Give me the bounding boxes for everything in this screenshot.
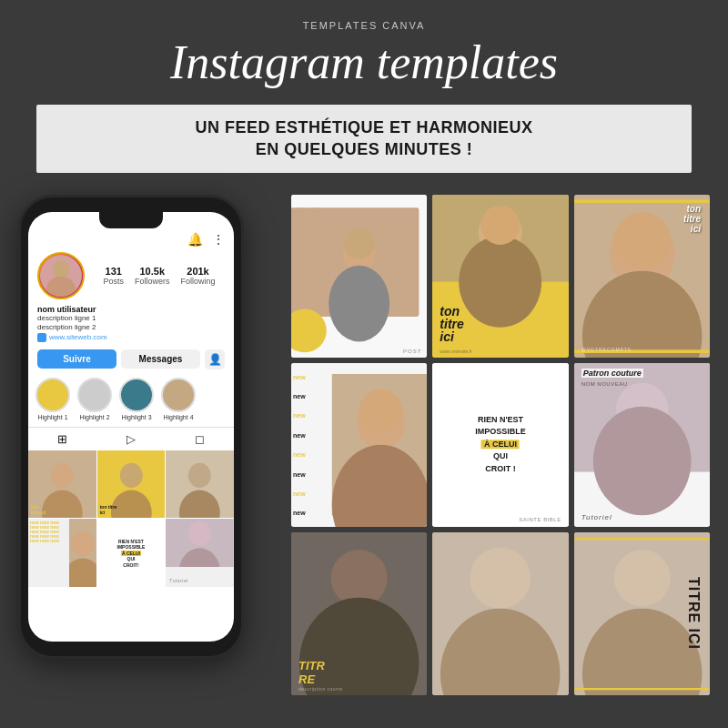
follow-button[interactable]: Suivre bbox=[37, 349, 116, 369]
template-card-4[interactable]: new new new new new new new new bbox=[291, 363, 427, 526]
grid-cell-6[interactable]: Tutoriel bbox=[166, 519, 234, 587]
ig-posts-grid: tontitre ici ton titreici bbox=[28, 450, 234, 587]
phone-mockup: 🔔 ⋮ 131 bbox=[18, 186, 273, 695]
svg-point-1 bbox=[46, 277, 76, 297]
ig-header: 🔔 ⋮ bbox=[28, 228, 234, 248]
highlight-label-1: Highlight 1 bbox=[37, 414, 67, 420]
highlight-label-3: Highlight 3 bbox=[121, 414, 151, 420]
ig-profile-row: 131 Posts 10.5k Followers 201k Following bbox=[28, 248, 234, 303]
ig-website: www.siteweb.com bbox=[37, 333, 225, 342]
bell-icon: 🔔 bbox=[187, 232, 203, 247]
ig-bio: nom utilisateur description ligne 1 desc… bbox=[28, 303, 234, 346]
menu-icon: ⋮ bbox=[212, 232, 225, 247]
svg-point-39 bbox=[359, 389, 403, 433]
highlight-item-3: Highlight 3 bbox=[119, 378, 154, 420]
svg-point-13 bbox=[69, 559, 96, 587]
template-card-7[interactable]: TITRRE description courte bbox=[291, 532, 427, 695]
grid-cell-1[interactable]: tontitre ici bbox=[28, 450, 96, 519]
svg-point-20 bbox=[305, 207, 327, 229]
svg-point-0 bbox=[53, 260, 69, 278]
highlight-circle-4[interactable] bbox=[161, 378, 196, 412]
templates-canva-label: TEMPLATES CANVA bbox=[0, 20, 728, 31]
templates-grid: POST tontitreici www.votresite.fr bbox=[291, 186, 710, 695]
svg-point-6 bbox=[120, 462, 143, 487]
svg-point-44 bbox=[593, 407, 692, 516]
svg-point-33 bbox=[613, 212, 670, 268]
nav-grid[interactable]: ⊞ bbox=[28, 428, 96, 450]
ig-nav: ⊞ ▷ ◻ bbox=[28, 427, 234, 450]
main-title: Instagram templates bbox=[0, 36, 728, 88]
highlight-circle-1[interactable] bbox=[35, 378, 70, 412]
svg-point-28 bbox=[460, 236, 542, 327]
website-icon bbox=[37, 333, 46, 342]
svg-point-22 bbox=[329, 266, 389, 342]
highlight-label-2: Highlight 2 bbox=[79, 414, 109, 420]
grid-icon: ⊞ bbox=[57, 432, 67, 446]
promo-banner: UN FEED ESTHÉTIQUE ET HARMONIEUX EN QUEL… bbox=[36, 105, 692, 173]
nav-tagged[interactable]: ◻ bbox=[166, 428, 234, 450]
add-user-button[interactable]: 👤 bbox=[205, 349, 225, 369]
svg-point-23 bbox=[344, 228, 374, 258]
followers-stat: 10.5k Followers bbox=[135, 266, 170, 286]
banner-text: UN FEED ESTHÉTIQUE ET HARMONIEUX EN QUEL… bbox=[55, 117, 673, 160]
highlight-circle-3[interactable] bbox=[119, 378, 154, 412]
content-area: 🔔 ⋮ 131 bbox=[0, 186, 728, 695]
template-card-5[interactable]: RIEN N'ESTIMPOSSIBLEÀ CELUIQUICROIT ! SA… bbox=[432, 363, 568, 526]
template-card-8[interactable]: story bbox=[432, 532, 568, 695]
svg-point-3 bbox=[51, 462, 74, 487]
posts-stat: 131 Posts bbox=[103, 266, 124, 286]
template-card-1[interactable]: POST bbox=[291, 195, 427, 358]
svg-point-15 bbox=[188, 521, 211, 546]
svg-point-29 bbox=[480, 206, 520, 245]
template-card-9[interactable]: TITRE ICI bbox=[574, 532, 710, 695]
messages-button[interactable]: Messages bbox=[121, 349, 200, 369]
highlight-item-1: Highlight 1 bbox=[35, 378, 70, 420]
grid-cell-4[interactable]: new new newnew new newnew new newnew new… bbox=[28, 519, 96, 587]
svg-point-12 bbox=[71, 531, 94, 556]
grid-cell-2[interactable]: ton titreici bbox=[97, 450, 166, 519]
grid-cell-5[interactable]: RIEN N'ESTIMPOSSIBLEÀ CELUIQUICROIT! bbox=[97, 519, 166, 587]
header: TEMPLATES CANVA Instagram templates bbox=[0, 0, 728, 88]
template-card-2[interactable]: tontitreici www.votresite.fr bbox=[432, 195, 568, 358]
svg-point-9 bbox=[188, 462, 211, 487]
highlight-circle-2[interactable] bbox=[77, 378, 112, 412]
phone-notch bbox=[99, 212, 163, 228]
highlight-label-4: Highlight 4 bbox=[163, 414, 193, 420]
template-card-3[interactable]: tontitreici @VOTRECOMPTE bbox=[574, 195, 710, 358]
avatar-image bbox=[40, 255, 82, 297]
nav-reels[interactable]: ▷ bbox=[96, 428, 165, 450]
ig-stats: 131 Posts 10.5k Followers 201k Following bbox=[94, 266, 225, 286]
phone-screen: 🔔 ⋮ 131 bbox=[28, 212, 234, 642]
svg-point-49 bbox=[470, 547, 531, 608]
grid-cell-3[interactable] bbox=[166, 450, 234, 519]
ig-highlights: Highlight 1 Highlight 2 Highlight 3 High… bbox=[28, 373, 234, 425]
template-card-6[interactable]: Patron couture NOM NOUVEAU Tutoriel bbox=[574, 363, 710, 526]
ig-avatar bbox=[37, 252, 85, 299]
svg-point-52 bbox=[613, 550, 670, 606]
highlight-item-4: Highlight 4 bbox=[161, 378, 196, 420]
phone-outer: 🔔 ⋮ 131 bbox=[18, 195, 244, 659]
play-icon: ▷ bbox=[126, 432, 136, 446]
following-stat: 201k Following bbox=[181, 266, 216, 286]
tag-icon: ◻ bbox=[195, 432, 205, 446]
highlight-item-2: Highlight 2 bbox=[77, 378, 112, 420]
ig-action-buttons: Suivre Messages 👤 bbox=[28, 346, 234, 373]
